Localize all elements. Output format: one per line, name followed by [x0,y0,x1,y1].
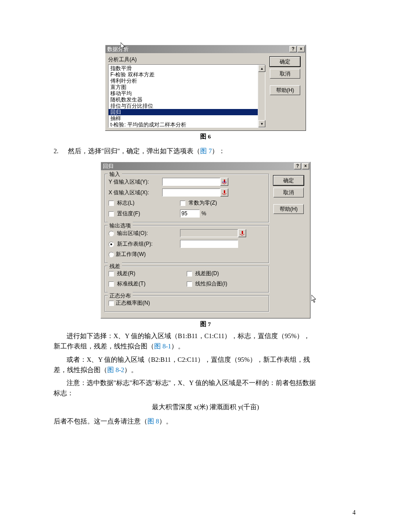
list-item-selected[interactable]: 回归 [109,109,265,115]
list-item[interactable]: t-检验: 平均值的成对二样本分析 [109,121,265,128]
list-item[interactable]: 抽样 [109,115,265,121]
confidence-label: 置信度(F) [117,210,140,217]
range-picker-icon[interactable] [238,229,246,237]
dialog-title: 回归 [103,163,293,170]
line-fit-plot-checkbox[interactable] [187,281,192,287]
list-item[interactable]: 指数平滑 [109,65,265,71]
residuals-group: 残差 残差(R) 残差图(D) 标准残差(T) [105,266,269,293]
dialog-titlebar: 回归 ? × [101,162,310,170]
y-input-label: Y 值输入区域(Y): [109,178,162,186]
paragraph: 后者不包括。这一点务请注意（图 8）。 [54,416,357,427]
x-input-label: X 值输入区域(X): [109,189,162,197]
residuals-label: 残差(R) [117,270,135,276]
data-analysis-dialog: 数据分析 ? × 分析工具(A) 指数平滑 F-检验 双样本方差 傅利叶分析 直… [105,45,306,131]
std-residuals-label: 标准残差(T) [117,281,145,287]
paragraph: 注意：选中数据"标志"和不选"标志"，X、Y 值的输入区域是不一样的：前者包括数… [54,378,357,398]
x-input-field[interactable] [162,189,220,197]
list-item[interactable]: F-检验 双样本方差 [109,71,265,78]
residuals-checkbox[interactable] [109,271,114,276]
paragraph: 进行如下选择：X、Y 值的输入区域（B1:B11，C1:C11），标志，置信度（… [54,331,357,352]
output-group: 输出选项 输出区域(O): 新工作表组(P): [105,225,269,263]
centered-variable-line: 最大积雪深度 x(米) 灌溉面积 y(千亩) [54,402,357,412]
figure8-1-link[interactable]: 图 8-1 [154,343,171,350]
labels-checkbox[interactable] [109,201,114,206]
output-range-field [180,229,238,237]
line-fit-plot-label: 线性拟合图(I) [195,281,227,287]
confidence-value-field[interactable]: 95 [180,209,200,218]
new-workbook-label: 新工作薄(W) [116,251,146,258]
listbox-scrollbar[interactable]: ▴ ▾ [258,65,265,127]
normal-prob-checkbox[interactable] [109,301,114,306]
group-legend: 输入 [108,171,122,178]
new-sheet-label: 新工作表组(P): [117,241,152,247]
list-item[interactable]: 移动平均 [109,90,265,96]
ok-button[interactable]: 确定 [273,176,304,185]
group-legend: 残差 [108,263,122,270]
normal-group: 正态分布 正态概率图(N) [105,295,269,312]
help-icon[interactable]: ? [294,163,301,169]
dialog-titlebar: 数据分析 ? × [105,45,306,53]
cancel-button[interactable]: 取消 [273,188,304,197]
std-residuals-checkbox[interactable] [109,281,114,287]
range-picker-icon[interactable] [220,189,228,197]
scroll-down-icon[interactable]: ▾ [258,120,265,127]
regression-dialog: 回归 ? × 输入 Y 值输入区域(Y): X 值输入区域(X): [101,162,310,318]
normal-prob-label: 正态概率图(N) [116,299,150,307]
figure-caption-7: 图 7 [54,320,357,328]
close-icon[interactable]: × [302,163,309,169]
page-number: 4 [352,509,356,516]
help-icon[interactable]: ? [289,46,297,52]
labels-checkbox-label: 标志(L) [117,200,134,206]
step-2-text: 2. 然后，选择"回归"，确定，弹出如下选项表（图 7）： [54,146,357,156]
figure8-link[interactable]: 图 8 [147,418,159,425]
new-sheet-name-field[interactable] [180,240,238,248]
percent-label: % [201,210,206,217]
svg-rect-1 [222,181,226,183]
residual-plot-label: 残差图(D) [195,270,219,276]
close-icon[interactable]: × [298,46,305,52]
y-input-field[interactable] [162,178,220,186]
new-sheet-radio[interactable] [109,242,114,247]
cancel-button[interactable]: 取消 [270,69,300,79]
output-range-label: 输出区域(O): [117,230,148,236]
const-zero-checkbox[interactable] [180,201,185,206]
ok-button[interactable]: 确定 [270,57,300,67]
new-workbook-radio[interactable] [109,252,114,257]
help-button[interactable]: 帮助(H) [270,85,300,95]
const-zero-label: 常数为零(Z) [189,200,217,206]
group-legend: 输出选项 [108,222,133,230]
residual-plot-checkbox[interactable] [187,271,192,276]
help-button[interactable]: 帮助(H) [273,204,304,214]
figure8-2-link[interactable]: 图 8-2 [107,366,124,373]
paragraph: 或者：X、Y 值的输入区域（B2:B11，C2:C11），置信度（95%），新工… [54,355,357,375]
analysis-tools-listbox[interactable]: 指数平滑 F-检验 双样本方差 傅利叶分析 直方图 移动平均 随机数发生器 排位… [108,64,265,128]
input-group: 输入 Y 值输入区域(Y): X 值输入区域(X): [105,174,269,222]
svg-rect-3 [242,231,243,234]
dialog-title: 数据分析 [107,46,289,53]
group-legend: 正态分布 [108,292,133,300]
list-item[interactable]: 随机数发生器 [109,96,265,103]
range-picker-icon[interactable] [220,178,228,186]
output-range-radio[interactable] [109,231,114,236]
list-item[interactable]: 傅利叶分析 [109,78,265,84]
list-item[interactable]: 直方图 [109,84,265,90]
scroll-up-icon[interactable]: ▴ [258,65,265,72]
confidence-checkbox[interactable] [109,211,114,217]
tools-label: 分析工具(A) [108,56,265,63]
figure7-link[interactable]: 图 7 [200,147,212,155]
figure-caption-6: 图 6 [54,133,357,141]
svg-rect-2 [224,190,225,193]
list-item[interactable]: 排位与百分比排位 [109,103,265,109]
